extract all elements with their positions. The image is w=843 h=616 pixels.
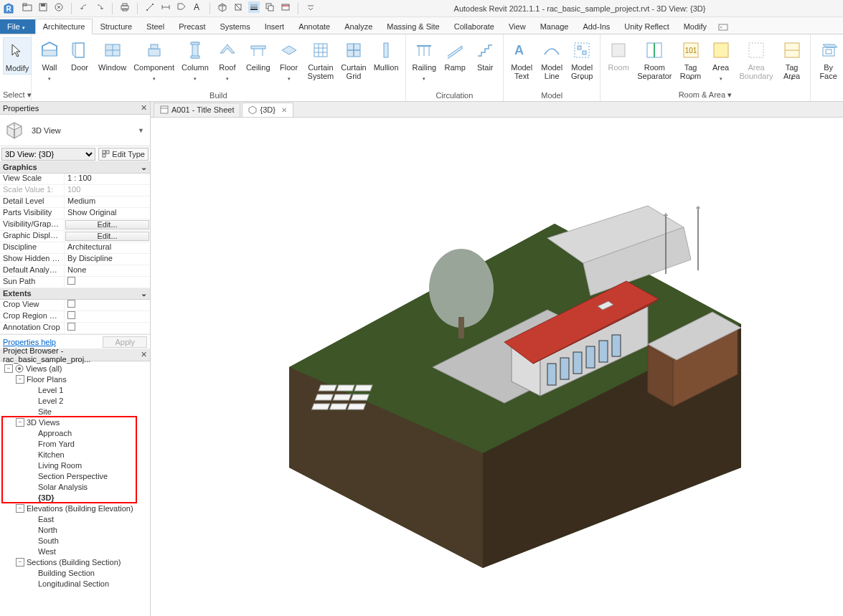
tree-item[interactable]: Longitudinal Section: [0, 578, 150, 589]
measure-icon[interactable]: [144, 1, 156, 13]
tree-item[interactable]: East: [0, 513, 150, 524]
tab-annotate[interactable]: Annotate: [291, 19, 337, 34]
project-browser-header[interactable]: Project Browser - rac_basic_sample_proj.…: [0, 349, 150, 361]
tab-architecture[interactable]: Architecture: [35, 19, 93, 34]
railing-button[interactable]: Railing: [409, 37, 441, 82]
tab-systems[interactable]: Systems: [212, 19, 257, 34]
tree-item[interactable]: South: [0, 535, 150, 546]
area-button[interactable]: Area: [706, 37, 736, 82]
model-text-button[interactable]: AModelText: [507, 37, 537, 82]
close-tab-icon[interactable]: ✕: [281, 106, 287, 114]
tree-item[interactable]: Solar Analysis: [0, 481, 150, 492]
tree-item[interactable]: West: [0, 546, 150, 556]
properties-help-link[interactable]: Properties help: [3, 338, 56, 346]
property-row[interactable]: Show Hidden Li...By Discipline: [0, 254, 150, 265]
tab-insert[interactable]: Insert: [258, 19, 292, 34]
property-row[interactable]: Annotation Crop: [0, 323, 150, 334]
tree-item[interactable]: −Elevations (Building Elevation): [0, 503, 150, 513]
property-row[interactable]: Default Analysis ...None: [0, 265, 150, 277]
curtain-system-button[interactable]: CurtainSystem: [304, 37, 338, 82]
text-icon[interactable]: A: [192, 1, 203, 13]
tree-item[interactable]: Kitchen: [0, 449, 150, 460]
property-section-header[interactable]: Graphics⌄: [0, 162, 150, 174]
viewport-3d[interactable]: [151, 118, 843, 616]
type-selector[interactable]: 3D View ▼: [0, 115, 150, 146]
properties-body[interactable]: Graphics⌄View Scale1 : 100Scale Value 1:…: [0, 162, 150, 334]
tree-item[interactable]: Level 1: [0, 384, 150, 395]
document-tab-title-sheet[interactable]: A001 - Title Sheet: [154, 103, 240, 117]
switch-windows-icon[interactable]: [280, 1, 291, 13]
tree-item[interactable]: Approach: [0, 427, 150, 438]
tag-area-button[interactable]: TagArea: [777, 37, 807, 82]
align-dim-icon[interactable]: [160, 1, 171, 13]
property-row[interactable]: Crop View: [0, 300, 150, 311]
tree-item[interactable]: Living Room: [0, 460, 150, 470]
tab-structure[interactable]: Structure: [93, 19, 139, 34]
room-button[interactable]: Room: [603, 37, 634, 82]
property-row[interactable]: DisciplineArchitectural: [0, 242, 150, 254]
tree-item[interactable]: −Views (all): [0, 363, 150, 374]
default3d-icon[interactable]: [217, 1, 228, 13]
tab-steel[interactable]: Steel: [139, 19, 171, 34]
mullion-button[interactable]: Mullion: [370, 37, 402, 82]
tab-massing-site[interactable]: Massing & Site: [380, 19, 446, 34]
tab-options-icon[interactable]: [714, 21, 733, 34]
project-browser-body[interactable]: −Views (all)−Floor PlansLevel 1Level 2Si…: [0, 361, 150, 616]
tree-item[interactable]: Level 2: [0, 395, 150, 406]
ramp-button[interactable]: Ramp: [440, 37, 470, 82]
print-icon[interactable]: [119, 1, 131, 13]
tree-item[interactable]: −Sections (Building Section): [0, 556, 150, 567]
tab-addins[interactable]: Add-Ins: [575, 19, 617, 34]
tag-room-button[interactable]: 101TagRoom: [676, 37, 706, 82]
property-section-header[interactable]: Extents⌄: [0, 288, 150, 300]
tab-precast[interactable]: Precast: [171, 19, 212, 34]
tag-icon[interactable]: [176, 1, 187, 13]
property-row[interactable]: Scale Value 1:100: [0, 185, 150, 196]
tree-item[interactable]: −3D Views: [0, 417, 150, 427]
property-row[interactable]: Sun Path: [0, 277, 150, 288]
curtain-grid-button[interactable]: CurtainGrid: [337, 37, 369, 82]
property-row[interactable]: Visibility/Graphi...Edit...: [0, 219, 150, 231]
instance-selector[interactable]: 3D View: {3D}: [1, 148, 95, 161]
save-icon[interactable]: [37, 1, 49, 13]
floor-button[interactable]: Floor: [274, 37, 304, 82]
close-icon[interactable]: ✕: [141, 350, 147, 359]
properties-header[interactable]: Properties ✕: [0, 102, 150, 115]
by-face-button[interactable]: ByFace: [814, 37, 843, 82]
thinlines-icon[interactable]: [248, 1, 260, 13]
tab-view[interactable]: View: [501, 19, 533, 34]
stair-button[interactable]: Stair: [470, 37, 500, 82]
roof-button[interactable]: Roof: [212, 37, 242, 82]
area-boundary-button[interactable]: AreaBoundary: [736, 37, 777, 82]
open-icon[interactable]: [22, 1, 33, 13]
redo-icon[interactable]: [94, 1, 105, 13]
tree-item[interactable]: From Yard: [0, 438, 150, 449]
tree-item[interactable]: −Floor Plans: [0, 374, 150, 384]
chevron-down-icon[interactable]: ▼: [138, 127, 144, 134]
component-button[interactable]: Component: [130, 37, 178, 82]
property-row[interactable]: Detail LevelMedium: [0, 196, 150, 208]
tab-analyze[interactable]: Analyze: [337, 19, 380, 34]
tab-unity-reflect[interactable]: Unity Reflect: [617, 19, 676, 34]
property-row[interactable]: Graphic Display ...Edit...: [0, 231, 150, 242]
door-button[interactable]: Door: [65, 37, 95, 82]
file-tab[interactable]: File: [0, 19, 35, 34]
ceiling-button[interactable]: Ceiling: [242, 37, 274, 82]
close-icon[interactable]: ✕: [141, 103, 147, 113]
tree-item[interactable]: Section Perspective: [0, 470, 150, 481]
tree-item[interactable]: Site: [0, 406, 150, 417]
undo-icon[interactable]: [78, 1, 90, 13]
modify-button[interactable]: Modify: [3, 37, 32, 75]
property-row[interactable]: Parts VisibilityShow Original: [0, 208, 150, 219]
window-button[interactable]: Window: [95, 37, 130, 82]
tab-manage[interactable]: Manage: [533, 19, 576, 34]
tree-item[interactable]: {3D}: [0, 492, 150, 503]
section-icon[interactable]: [232, 1, 244, 13]
sync-icon[interactable]: [53, 1, 65, 13]
model-group-button[interactable]: ModelGroup: [567, 37, 597, 82]
column-button[interactable]: Column: [178, 37, 212, 82]
customize-qat-icon[interactable]: [305, 1, 316, 13]
close-hidden-icon[interactable]: [264, 1, 275, 13]
document-tab-3d[interactable]: {3D} ✕: [242, 103, 293, 117]
property-row[interactable]: Crop Region Visi...: [0, 311, 150, 323]
